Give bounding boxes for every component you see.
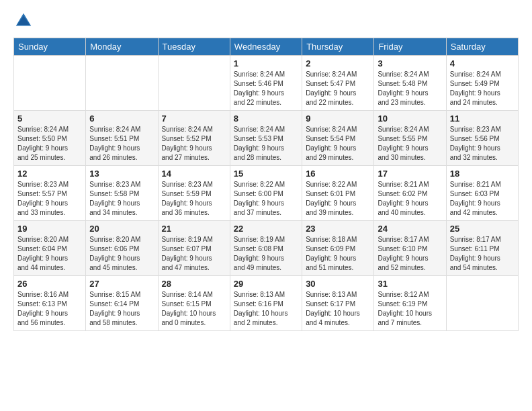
day-info: Sunrise: 8:23 AMSunset: 5:57 PMDaylight:…: [17, 180, 82, 218]
calendar-cell: 2Sunrise: 8:24 AMSunset: 5:47 PMDaylight…: [302, 56, 374, 111]
calendar-week-row: 12Sunrise: 8:23 AMSunset: 5:57 PMDayligh…: [14, 166, 519, 221]
day-info: Sunrise: 8:13 AMSunset: 6:16 PMDaylight:…: [234, 290, 298, 328]
calendar-cell: 10Sunrise: 8:24 AMSunset: 5:55 PMDayligh…: [374, 111, 446, 166]
day-info: Sunrise: 8:19 AMSunset: 6:07 PMDaylight:…: [162, 235, 226, 273]
weekday-header-wednesday: Wednesday: [230, 38, 302, 56]
day-number: 30: [306, 279, 370, 289]
day-number: 14: [162, 169, 226, 179]
logo-icon: [13, 11, 34, 31]
calendar-table: SundayMondayTuesdayWednesdayThursdayFrid…: [13, 38, 519, 331]
day-number: 1: [234, 58, 298, 68]
page-container: SundayMondayTuesdayWednesdayThursdayFrid…: [0, 0, 532, 338]
calendar-cell: 14Sunrise: 8:23 AMSunset: 5:59 PMDayligh…: [158, 166, 230, 221]
weekday-header-sunday: Sunday: [14, 38, 86, 56]
header-row: [13, 11, 519, 31]
day-info: Sunrise: 8:18 AMSunset: 6:09 PMDaylight:…: [306, 235, 370, 273]
day-info: Sunrise: 8:14 AMSunset: 6:15 PMDaylight:…: [162, 290, 226, 328]
calendar-cell: 11Sunrise: 8:23 AMSunset: 5:56 PMDayligh…: [446, 111, 518, 166]
weekday-header-row: SundayMondayTuesdayWednesdayThursdayFrid…: [14, 38, 519, 56]
calendar-cell: 24Sunrise: 8:17 AMSunset: 6:10 PMDayligh…: [374, 221, 446, 276]
calendar-cell: 29Sunrise: 8:13 AMSunset: 6:16 PMDayligh…: [230, 276, 302, 331]
calendar-cell: 13Sunrise: 8:23 AMSunset: 5:58 PMDayligh…: [86, 166, 158, 221]
calendar-cell: 27Sunrise: 8:15 AMSunset: 6:14 PMDayligh…: [86, 276, 158, 331]
day-number: 4: [450, 58, 515, 68]
day-number: 16: [306, 169, 370, 179]
calendar-cell: 26Sunrise: 8:16 AMSunset: 6:13 PMDayligh…: [14, 276, 86, 331]
calendar-cell: 8Sunrise: 8:24 AMSunset: 5:53 PMDaylight…: [230, 111, 302, 166]
day-number: 12: [17, 169, 82, 179]
calendar-week-row: 1Sunrise: 8:24 AMSunset: 5:46 PMDaylight…: [14, 56, 519, 111]
calendar-cell: 12Sunrise: 8:23 AMSunset: 5:57 PMDayligh…: [14, 166, 86, 221]
calendar-cell: 20Sunrise: 8:20 AMSunset: 6:06 PMDayligh…: [86, 221, 158, 276]
calendar-cell: 6Sunrise: 8:24 AMSunset: 5:51 PMDaylight…: [86, 111, 158, 166]
calendar-week-row: 5Sunrise: 8:24 AMSunset: 5:50 PMDaylight…: [14, 111, 519, 166]
calendar-cell: [158, 56, 230, 111]
day-info: Sunrise: 8:24 AMSunset: 5:54 PMDaylight:…: [306, 125, 370, 163]
day-number: 26: [17, 279, 82, 289]
calendar-cell: 7Sunrise: 8:24 AMSunset: 5:52 PMDaylight…: [158, 111, 230, 166]
day-number: 3: [378, 58, 442, 68]
day-info: Sunrise: 8:21 AMSunset: 6:02 PMDaylight:…: [378, 180, 442, 218]
day-number: 28: [162, 279, 226, 289]
day-number: 10: [378, 113, 442, 124]
day-number: 15: [234, 169, 298, 179]
calendar-cell: 19Sunrise: 8:20 AMSunset: 6:04 PMDayligh…: [14, 221, 86, 276]
day-number: 9: [306, 113, 370, 124]
day-number: 23: [306, 224, 370, 234]
day-info: Sunrise: 8:12 AMSunset: 6:19 PMDaylight:…: [378, 290, 442, 328]
weekday-header-saturday: Saturday: [446, 38, 518, 56]
day-number: 27: [89, 279, 154, 289]
calendar-cell: [446, 276, 518, 331]
weekday-header-friday: Friday: [374, 38, 446, 56]
day-info: Sunrise: 8:20 AMSunset: 6:04 PMDaylight:…: [17, 235, 82, 273]
day-number: 19: [17, 224, 82, 234]
day-number: 5: [17, 113, 82, 124]
day-info: Sunrise: 8:24 AMSunset: 5:48 PMDaylight:…: [378, 70, 442, 107]
calendar-cell: 5Sunrise: 8:24 AMSunset: 5:50 PMDaylight…: [14, 111, 86, 166]
day-info: Sunrise: 8:24 AMSunset: 5:55 PMDaylight:…: [378, 125, 442, 163]
day-number: 20: [89, 224, 154, 234]
calendar-cell: 16Sunrise: 8:22 AMSunset: 6:01 PMDayligh…: [302, 166, 374, 221]
day-info: Sunrise: 8:22 AMSunset: 6:00 PMDaylight:…: [234, 180, 298, 218]
day-info: Sunrise: 8:20 AMSunset: 6:06 PMDaylight:…: [89, 235, 154, 273]
calendar-cell: 4Sunrise: 8:24 AMSunset: 5:49 PMDaylight…: [446, 56, 518, 111]
calendar-cell: 28Sunrise: 8:14 AMSunset: 6:15 PMDayligh…: [158, 276, 230, 331]
day-info: Sunrise: 8:23 AMSunset: 5:56 PMDaylight:…: [450, 125, 515, 163]
weekday-header-tuesday: Tuesday: [158, 38, 230, 56]
logo: [13, 11, 36, 31]
day-number: 17: [378, 169, 442, 179]
calendar-cell: 15Sunrise: 8:22 AMSunset: 6:00 PMDayligh…: [230, 166, 302, 221]
day-info: Sunrise: 8:16 AMSunset: 6:13 PMDaylight:…: [17, 290, 82, 328]
day-number: 24: [378, 224, 442, 234]
day-number: 25: [450, 224, 515, 234]
calendar-cell: 25Sunrise: 8:17 AMSunset: 6:11 PMDayligh…: [446, 221, 518, 276]
day-info: Sunrise: 8:24 AMSunset: 5:51 PMDaylight:…: [89, 125, 154, 163]
day-info: Sunrise: 8:19 AMSunset: 6:08 PMDaylight:…: [234, 235, 298, 273]
day-info: Sunrise: 8:24 AMSunset: 5:49 PMDaylight:…: [450, 70, 515, 107]
calendar-cell: 9Sunrise: 8:24 AMSunset: 5:54 PMDaylight…: [302, 111, 374, 166]
day-info: Sunrise: 8:17 AMSunset: 6:11 PMDaylight:…: [450, 235, 515, 273]
day-info: Sunrise: 8:13 AMSunset: 6:17 PMDaylight:…: [306, 290, 370, 328]
calendar-cell: 31Sunrise: 8:12 AMSunset: 6:19 PMDayligh…: [374, 276, 446, 331]
calendar-cell: [86, 56, 158, 111]
day-number: 13: [89, 169, 154, 179]
day-info: Sunrise: 8:21 AMSunset: 6:03 PMDaylight:…: [450, 180, 515, 218]
calendar-cell: 23Sunrise: 8:18 AMSunset: 6:09 PMDayligh…: [302, 221, 374, 276]
calendar-cell: 21Sunrise: 8:19 AMSunset: 6:07 PMDayligh…: [158, 221, 230, 276]
day-number: 21: [162, 224, 226, 234]
calendar-cell: 17Sunrise: 8:21 AMSunset: 6:02 PMDayligh…: [374, 166, 446, 221]
day-number: 31: [378, 279, 442, 289]
day-number: 2: [306, 58, 370, 68]
weekday-header-monday: Monday: [86, 38, 158, 56]
calendar-cell: 22Sunrise: 8:19 AMSunset: 6:08 PMDayligh…: [230, 221, 302, 276]
calendar-cell: 18Sunrise: 8:21 AMSunset: 6:03 PMDayligh…: [446, 166, 518, 221]
day-info: Sunrise: 8:23 AMSunset: 5:58 PMDaylight:…: [89, 180, 154, 218]
day-number: 7: [162, 113, 226, 124]
day-number: 22: [234, 224, 298, 234]
calendar-cell: 1Sunrise: 8:24 AMSunset: 5:46 PMDaylight…: [230, 56, 302, 111]
day-info: Sunrise: 8:23 AMSunset: 5:59 PMDaylight:…: [162, 180, 226, 218]
calendar-cell: [14, 56, 86, 111]
day-info: Sunrise: 8:24 AMSunset: 5:47 PMDaylight:…: [306, 70, 370, 107]
calendar-week-row: 19Sunrise: 8:20 AMSunset: 6:04 PMDayligh…: [14, 221, 519, 276]
day-info: Sunrise: 8:24 AMSunset: 5:52 PMDaylight:…: [162, 125, 226, 163]
